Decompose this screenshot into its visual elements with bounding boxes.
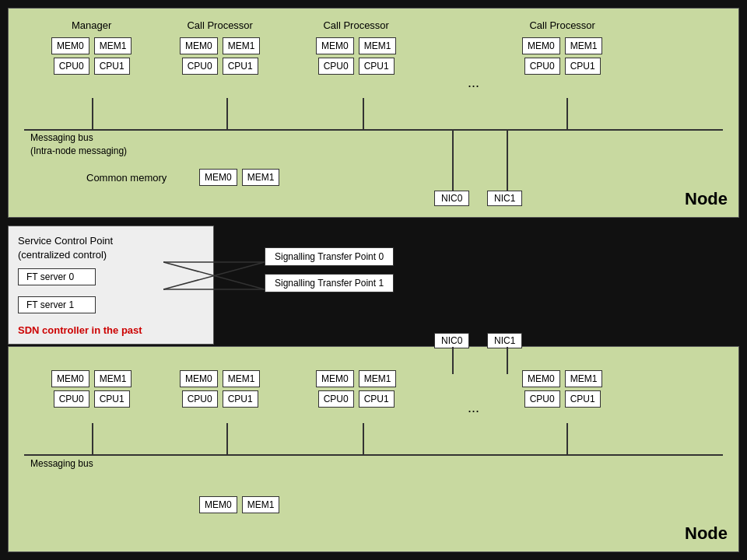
- bottom-node-box: Node NIC0 NIC1 MEM0 MEM1 CPU0 CPU1 MEM0 …: [8, 346, 739, 552]
- chip-cpu0-b: CPU0: [54, 390, 89, 408]
- v-line-cp2-b: [363, 423, 364, 454]
- chip-cpu1: CPU1: [94, 58, 130, 75]
- chip-mem0: MEM0: [316, 37, 354, 54]
- v-line-manager: [92, 98, 93, 129]
- common-memory-chips-bottom: MEM0 MEM1: [199, 496, 279, 513]
- chip-mem0-common-b: MEM0: [199, 496, 237, 513]
- chip-cpu1-b3: CPU1: [565, 390, 601, 408]
- chip-mem0: MEM0: [51, 37, 89, 54]
- bottom-node-label: Node: [685, 523, 728, 544]
- chip-cpu1: CPU1: [565, 58, 601, 75]
- nic1-bottom: NIC1: [487, 333, 522, 348]
- chip-mem0-b2: MEM0: [316, 370, 354, 387]
- manager-label: Manager: [72, 19, 111, 31]
- chip-mem1: MEM1: [223, 37, 261, 54]
- chip-mem1: MEM1: [359, 37, 397, 54]
- cp1-label: Call Processor: [187, 19, 253, 31]
- sdn-label: SDN controller in the past: [18, 324, 204, 336]
- v-line-nic1: [507, 129, 508, 191]
- bus-label-bottom: Messaging bus: [30, 457, 93, 471]
- chip-mem1-common: MEM1: [242, 169, 280, 186]
- v-line-cp2: [363, 98, 364, 129]
- chip-cpu0-b3: CPU0: [524, 390, 560, 408]
- chip-mem0: MEM0: [180, 37, 218, 54]
- chip-cpu0: CPU0: [524, 58, 560, 75]
- top-bus-line: [24, 129, 723, 131]
- cp3-label: Call Processor: [529, 19, 595, 31]
- stp-group: Signalling Transfer Point 0 Signalling T…: [265, 247, 394, 292]
- chip-mem0-b1: MEM0: [180, 370, 218, 387]
- v-line-cp1: [226, 98, 228, 129]
- chip-mem0-common: MEM0: [199, 169, 237, 186]
- chip-mem1-common-b: MEM1: [242, 496, 280, 513]
- chip-mem1: MEM1: [565, 37, 603, 54]
- common-memory-label: Common memory: [86, 172, 167, 184]
- chip-mem1: MEM1: [94, 37, 132, 54]
- nic0-top: NIC0: [434, 191, 469, 206]
- chip-mem0-b: MEM0: [51, 370, 89, 387]
- chip-cpu1: CPU1: [223, 58, 258, 75]
- ellipsis-bottom: ...: [468, 400, 479, 416]
- nic0-bottom: NIC0: [434, 333, 469, 348]
- chip-mem1-b3: MEM1: [565, 370, 603, 387]
- chip-cpu0: CPU0: [318, 58, 354, 75]
- chip-cpu0-b1: CPU0: [182, 390, 218, 408]
- chip-cpu1: CPU1: [359, 58, 395, 75]
- top-node-label: Node: [685, 189, 728, 209]
- ft-server-1: FT server 1: [18, 296, 96, 313]
- stp-1: Signalling Transfer Point 1: [265, 274, 394, 292]
- bottom-bus-line: [24, 454, 723, 456]
- chip-cpu1-b2: CPU1: [359, 390, 395, 408]
- ellipsis-top: ...: [468, 75, 479, 91]
- chip-mem1-b: MEM1: [94, 370, 132, 387]
- common-memory-chips: MEM0 MEM1: [199, 169, 279, 186]
- chip-mem0: MEM0: [522, 37, 560, 54]
- cross-lines-svg: [163, 253, 265, 307]
- v-line-manager-b: [92, 423, 93, 454]
- v-line-nic: [452, 129, 454, 191]
- middle-section: Service Control Point(centralized contro…: [8, 226, 739, 341]
- v-line-nic0-bot: [452, 347, 454, 374]
- chip-mem1-b1: MEM1: [223, 370, 261, 387]
- cp2-label: Call Processor: [323, 19, 389, 31]
- chip-cpu1-b: CPU1: [94, 390, 130, 408]
- nic1-top: NIC1: [487, 191, 522, 206]
- chip-cpu0: CPU0: [54, 58, 89, 75]
- chip-cpu0-b2: CPU0: [318, 390, 354, 408]
- diagram-container: Node Manager MEM0 MEM1 CPU0 CPU1 Call Pr…: [0, 0, 747, 560]
- chip-mem1-b2: MEM1: [359, 370, 397, 387]
- v-line-cp3-b: [566, 423, 568, 454]
- top-node-box: Node Manager MEM0 MEM1 CPU0 CPU1 Call Pr…: [8, 8, 739, 218]
- v-line-cp3: [566, 98, 568, 129]
- chip-cpu0: CPU0: [182, 58, 218, 75]
- v-line-nic1-bot: [507, 347, 508, 374]
- stp-0: Signalling Transfer Point 0: [265, 247, 394, 266]
- v-line-cp1-b: [226, 423, 228, 454]
- chip-mem0-b3: MEM0: [522, 370, 560, 387]
- chip-cpu1-b1: CPU1: [223, 390, 258, 408]
- ft-server-0: FT server 0: [18, 268, 96, 285]
- bus-label-top: Messaging bus(Intra-node messaging): [30, 131, 127, 158]
